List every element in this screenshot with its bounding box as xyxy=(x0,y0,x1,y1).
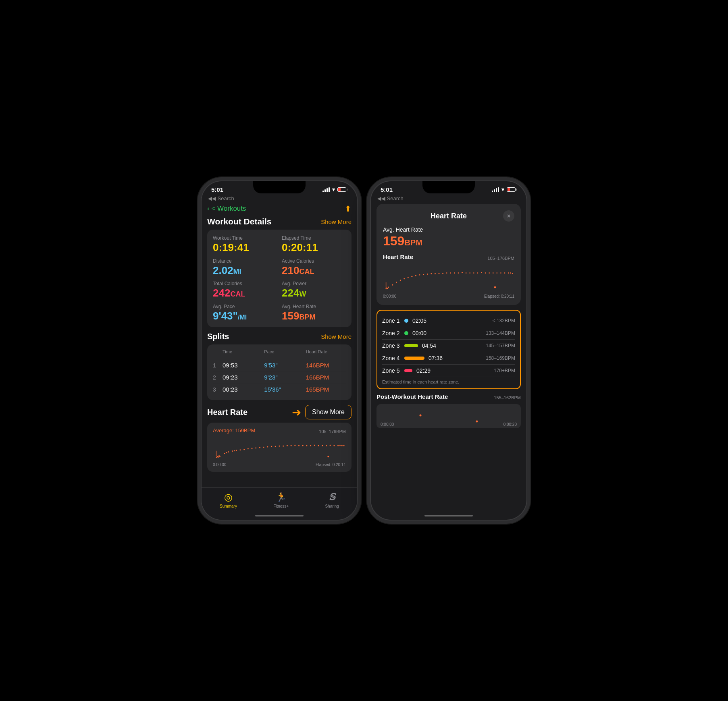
metric-active-calories: Active Calories 210CAL xyxy=(282,258,346,276)
splits-row-1: 1 09:53 9'53'' 146BPM xyxy=(213,359,346,371)
zone-3-row: Zone 3 04:54 145–157BPM xyxy=(382,340,515,352)
svg-point-52 xyxy=(415,275,416,276)
zone-5-indicator xyxy=(404,369,412,372)
avg-heart-rate-label: Avg. Heart Rate xyxy=(383,226,514,233)
svg-point-39 xyxy=(343,445,345,446)
svg-point-56 xyxy=(431,273,432,274)
phone2-status-bar: 5:01 ▾ xyxy=(371,181,526,195)
svg-point-4 xyxy=(219,456,220,457)
phone2-back-label[interactable]: ◀ Search xyxy=(381,195,404,201)
svg-point-20 xyxy=(275,446,276,447)
phone2-battery-icon xyxy=(507,187,517,192)
svg-point-17 xyxy=(263,447,264,448)
svg-point-65 xyxy=(466,272,467,274)
zone-5-range: 170+BPM xyxy=(494,368,515,373)
tab-fitness-label: Fitness+ xyxy=(273,504,289,508)
modal-time-elapsed: Elapsed: 0:20:11 xyxy=(484,294,514,299)
svg-point-70 xyxy=(485,272,486,274)
tab-sharing[interactable]: 𝕊 Sharing xyxy=(325,492,339,508)
svg-point-75 xyxy=(504,272,505,274)
svg-point-74 xyxy=(500,272,501,274)
phone2-home-indicator xyxy=(424,515,473,516)
heart-rate-chart xyxy=(383,264,514,292)
splits-show-more[interactable]: Show More xyxy=(321,333,352,340)
post-workout-title: Post-Workout Heart Rate xyxy=(376,393,448,400)
svg-point-25 xyxy=(294,445,295,446)
svg-point-59 xyxy=(442,273,443,274)
metric-distance: Distance 2.02MI xyxy=(213,258,277,276)
zone-4-range: 158–169BPM xyxy=(486,355,515,361)
phone2-volume-up-button[interactable] xyxy=(370,238,371,254)
back-label[interactable]: ◀ Search xyxy=(212,195,234,201)
phone2-power-button[interactable] xyxy=(526,248,527,272)
phone-1: 5:01 ▾ ◀ ◀ Search ‹ < Workouts xyxy=(201,180,358,521)
show-more-button[interactable]: Show More xyxy=(305,405,352,419)
zone-1-indicator xyxy=(404,319,408,323)
zone-1-row: Zone 1 02:05 < 132BPM xyxy=(382,315,515,327)
svg-point-15 xyxy=(255,448,256,449)
tab-fitness-plus[interactable]: 🏃 Fitness+ xyxy=(273,492,289,508)
phone2-volume-down-button[interactable] xyxy=(370,260,371,276)
modal-hr-time-row: 0:00:00 Elapsed: 0:20:11 xyxy=(383,294,514,299)
svg-point-76 xyxy=(508,272,509,274)
workouts-back-button[interactable]: ‹ < Workouts xyxy=(207,205,246,213)
workout-details-title: Workout Details xyxy=(207,217,271,226)
phone2-signal-icon xyxy=(492,187,499,192)
metric-workout-time: Workout Time 0:19:41 xyxy=(213,235,277,253)
phone-2: 5:01 ▾ ◀ ◀ Search Heart Rate xyxy=(370,180,527,521)
workout-details-show-more[interactable]: Show More xyxy=(321,218,352,225)
heart-rate-chart-label: Heart Rate xyxy=(383,253,413,260)
heart-rate-header: Heart Rate ➜ Show More xyxy=(207,405,352,419)
volume-down-button[interactable] xyxy=(201,260,202,276)
hr-chart xyxy=(213,437,346,461)
tab-summary[interactable]: ◎ Summary xyxy=(220,492,237,508)
zone-1-time: 02:05 xyxy=(412,317,493,324)
svg-point-60 xyxy=(446,272,447,274)
time: 5:01 xyxy=(211,186,223,193)
summary-icon: ◎ xyxy=(223,492,234,502)
svg-point-32 xyxy=(322,445,323,446)
svg-point-11 xyxy=(239,450,241,451)
post-time-end: 0:00:20 xyxy=(503,422,517,427)
svg-point-50 xyxy=(408,277,409,278)
svg-point-9 xyxy=(234,450,235,452)
zone-2-name: Zone 2 xyxy=(382,330,404,336)
hr-chart-range: 105–176BPM xyxy=(487,256,514,261)
svg-point-33 xyxy=(326,445,327,446)
svg-point-46 xyxy=(392,284,393,286)
post-hr-range: 155–162BPM xyxy=(494,395,521,400)
zone-4-indicator xyxy=(404,357,424,360)
zone-3-name: Zone 3 xyxy=(382,342,404,349)
svg-point-58 xyxy=(439,273,440,274)
post-hr-chart: 0:00:00 0:00:20 xyxy=(376,404,521,428)
tab-sharing-label: Sharing xyxy=(325,504,339,508)
svg-point-81 xyxy=(420,415,422,417)
metric-avg-heart-rate: Avg. Heart Rate 159BPM xyxy=(282,304,346,322)
metric-avg-power: Avg. Power 224W xyxy=(282,281,346,299)
svg-point-21 xyxy=(279,446,280,447)
zone-5-name: Zone 5 xyxy=(382,367,404,374)
phone2-status-right: ▾ xyxy=(492,187,517,193)
svg-point-16 xyxy=(259,447,260,448)
signal-icon xyxy=(322,187,330,192)
svg-point-47 xyxy=(396,282,397,283)
status-right: ▾ xyxy=(322,187,347,193)
svg-point-68 xyxy=(477,272,478,274)
power-button[interactable] xyxy=(357,248,358,272)
svg-point-8 xyxy=(232,451,233,452)
svg-point-78 xyxy=(512,273,513,274)
zone-2-range: 133–144BPM xyxy=(486,330,515,336)
wifi-icon: ▾ xyxy=(332,187,335,193)
share-button[interactable]: ⬆ xyxy=(345,204,352,214)
volume-up-button[interactable] xyxy=(201,238,202,254)
phone2-nav-bar: ◀ ◀ Search xyxy=(371,195,526,204)
phone2-wifi-icon: ▾ xyxy=(501,187,504,193)
svg-rect-40 xyxy=(216,451,217,457)
battery-icon xyxy=(337,187,347,192)
svg-point-2 xyxy=(218,456,219,458)
svg-point-45 xyxy=(388,287,389,288)
close-button[interactable]: × xyxy=(503,210,514,222)
hr-time-start: 0:00:00 xyxy=(213,462,226,467)
metrics-card: Workout Time 0:19:41 Elapsed Time 0:20:1… xyxy=(207,230,352,327)
svg-point-66 xyxy=(469,272,470,274)
